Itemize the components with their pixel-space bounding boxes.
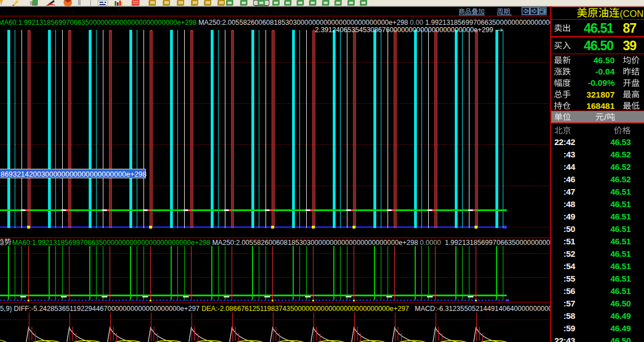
svg-text:46.51: 46.51	[610, 274, 630, 283]
svg-text:46.51: 46.51	[610, 261, 630, 271]
svg-text::55: :55	[563, 274, 575, 283]
svg-text:46.50: 46.50	[584, 38, 613, 53]
svg-text:46.51: 46.51	[610, 187, 630, 196]
svg-text:168481: 168481	[586, 101, 615, 111]
svg-text:46.53: 46.53	[610, 137, 630, 147]
svg-text::57: :57	[563, 299, 575, 308]
svg-text:(CONL): (CONL)	[620, 8, 644, 19]
svg-text:-0.04: -0.04	[595, 67, 615, 76]
svg-text:87: 87	[623, 21, 637, 36]
svg-text::48: :48	[563, 199, 575, 209]
svg-text::59: :59	[563, 323, 575, 333]
svg-text:22:43: 22:43	[554, 336, 575, 342]
svg-text:46.51: 46.51	[610, 236, 630, 246]
svg-text:46.52: 46.52	[610, 174, 630, 184]
svg-text:46.49: 46.49	[610, 311, 630, 321]
svg-text::52: :52	[563, 249, 575, 258]
svg-text:46.52: 46.52	[610, 150, 630, 159]
svg-text::47: :47	[563, 187, 575, 196]
svg-text:MA60:1.99213185699706635000000: MA60:1.992131856997066350000000000000000…	[0, 19, 584, 27]
svg-text::46: :46	[563, 174, 575, 184]
svg-text:46.52: 46.52	[610, 162, 630, 172]
svg-text:2.3912406535453086760000000000: 2.39124065354530867600000000000000000000…	[315, 26, 494, 34]
svg-text::49: :49	[563, 212, 575, 221]
svg-text:46.50: 46.50	[593, 55, 615, 65]
svg-text:46.51: 46.51	[584, 21, 614, 36]
svg-text::51: :51	[563, 236, 575, 246]
svg-text::43: :43	[563, 150, 575, 159]
svg-text::44: :44	[563, 162, 576, 172]
svg-text:39: 39	[623, 38, 637, 53]
svg-text:869321420030000000000000000000: 8693214200300000000000000000000e+298	[1, 170, 146, 178]
svg-text:46.49: 46.49	[610, 323, 630, 333]
svg-text:(5,9) DIFF:-5.2428536511922944: (5,9) DIFF:-5.24285365119229446700000000…	[0, 305, 617, 313]
svg-text:46.51: 46.51	[610, 199, 630, 209]
svg-text::58: :58	[563, 311, 575, 321]
svg-text:46.51: 46.51	[610, 212, 630, 221]
svg-text:321807: 321807	[586, 90, 615, 99]
svg-text:-0.09%: -0.09%	[588, 78, 615, 87]
svg-text::50: :50	[563, 224, 575, 234]
svg-text:46.51: 46.51	[610, 249, 630, 258]
svg-text:46.51: 46.51	[610, 224, 630, 234]
svg-text:46.50: 46.50	[610, 299, 630, 308]
svg-text::56: :56	[563, 286, 575, 296]
svg-text:22:42: 22:42	[554, 137, 575, 147]
svg-text:46.50: 46.50	[610, 336, 630, 342]
svg-text::54: :54	[563, 261, 576, 271]
svg-text:MA60:1.99213185699706635000000: MA60:1.992131856997066350000000000000000…	[12, 239, 604, 247]
svg-text:46.51: 46.51	[610, 286, 630, 296]
